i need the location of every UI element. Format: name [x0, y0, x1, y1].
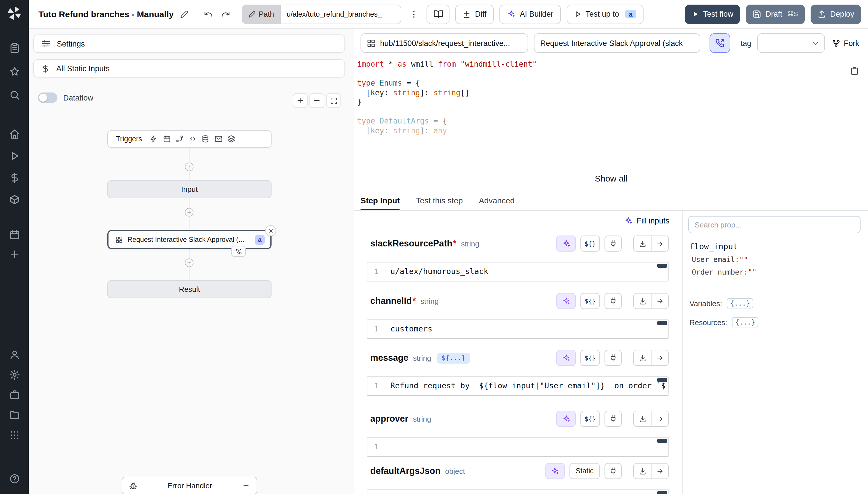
- edit-title-button[interactable]: [178, 8, 190, 20]
- tab-advanced[interactable]: Advanced: [479, 191, 515, 210]
- redo-button[interactable]: [217, 6, 233, 22]
- error-handler-node[interactable]: Error Handler: [122, 477, 257, 494]
- windmill-logo[interactable]: [6, 5, 22, 21]
- sidebar-account-button[interactable]: [5, 345, 24, 364]
- app-sidebar: [0, 0, 29, 494]
- expand-editor-button[interactable]: [651, 236, 668, 251]
- sidebar-runs-button[interactable]: [5, 146, 24, 166]
- flow-input-root[interactable]: flow_input: [689, 242, 738, 251]
- suspend-approval-button[interactable]: [710, 33, 730, 53]
- sidebar-apps-button[interactable]: [5, 425, 24, 444]
- expression-button[interactable]: ${}: [580, 235, 600, 252]
- result-node[interactable]: Result: [107, 280, 272, 298]
- insert-value-button[interactable]: [634, 463, 651, 478]
- sidebar-settings-button[interactable]: [5, 365, 24, 384]
- hub-path-input[interactable]: hub/11500/slack/request_interactive...: [360, 33, 528, 53]
- deploy-button[interactable]: Deploy: [811, 4, 861, 24]
- postgres-trigger-icon[interactable]: [202, 135, 210, 143]
- tab-step-input[interactable]: Step Input: [360, 191, 400, 210]
- show-all-button[interactable]: Show all: [587, 170, 635, 187]
- insert-value-button[interactable]: [634, 350, 651, 365]
- expand-editor-button[interactable]: [651, 350, 668, 365]
- plug-button[interactable]: [605, 463, 622, 479]
- path-label-segment[interactable]: Path: [241, 4, 281, 24]
- add-step-button[interactable]: [185, 163, 194, 171]
- tag-select[interactable]: [757, 33, 825, 53]
- field-editor[interactable]: 1Refund request by _${flow_input["User e…: [367, 376, 669, 396]
- sidebar-workers-button[interactable]: [5, 385, 24, 404]
- insert-value-button[interactable]: [634, 293, 651, 308]
- undo-button[interactable]: [200, 6, 216, 22]
- field-editor[interactable]: 1: [367, 437, 669, 457]
- sidebar-resources-button[interactable]: [5, 190, 24, 209]
- slack-approval-step-node[interactable]: Request Interactive Slack Approval (... …: [107, 230, 272, 249]
- webhook-trigger-icon[interactable]: [150, 135, 158, 143]
- prop-user-email[interactable]: User email : "": [692, 255, 757, 264]
- expression-button[interactable]: ${}: [580, 350, 600, 366]
- sidebar-folders-button[interactable]: [5, 405, 24, 424]
- ai-fill-button[interactable]: [556, 350, 576, 366]
- sidebar-help-button[interactable]: [5, 469, 24, 488]
- docs-button[interactable]: [427, 4, 450, 24]
- sidebar-variables-button[interactable]: [5, 168, 24, 187]
- draft-button[interactable]: Draft⌘S: [746, 4, 805, 24]
- field-editor[interactable]: 1customers: [367, 319, 669, 339]
- arrow-right-icon: [656, 415, 664, 422]
- static-toggle-button[interactable]: Static: [569, 463, 600, 479]
- plug-button[interactable]: [605, 235, 622, 252]
- ai-fill-button[interactable]: [556, 235, 576, 252]
- http-route-trigger-icon[interactable]: [176, 135, 184, 143]
- path-input[interactable]: [281, 4, 401, 24]
- ai-fill-button[interactable]: [556, 293, 576, 309]
- expand-editor-button[interactable]: [651, 463, 668, 478]
- email-trigger-icon[interactable]: [215, 135, 222, 143]
- sidebar-home-button[interactable]: [5, 124, 24, 144]
- input-node[interactable]: Input: [107, 180, 272, 198]
- queue-trigger-icon[interactable]: [228, 135, 235, 143]
- add-step-button[interactable]: [185, 259, 194, 267]
- more-options-button[interactable]: [407, 6, 421, 22]
- sidebar-favorites-button[interactable]: [5, 61, 24, 81]
- expand-editor-button[interactable]: [651, 411, 668, 426]
- ai-fill-button[interactable]: [556, 411, 576, 427]
- code-editor[interactable]: import * as wmill from "windmill-client"…: [354, 57, 868, 136]
- variables-badge[interactable]: {...}: [727, 298, 753, 308]
- triggers-node[interactable]: Triggers: [107, 130, 272, 148]
- sidebar-schedules-button[interactable]: [5, 225, 24, 244]
- plug-button[interactable]: [605, 293, 622, 309]
- add-step-button[interactable]: [185, 208, 194, 216]
- plug-button[interactable]: [605, 350, 622, 366]
- test-up-to-button[interactable]: Test up toa: [567, 4, 644, 24]
- prop-search-input[interactable]: [688, 216, 861, 233]
- fork-button[interactable]: Fork: [832, 39, 860, 48]
- expand-editor-button[interactable]: [651, 293, 668, 308]
- sidebar-expand-button[interactable]: [5, 488, 24, 494]
- ai-fill-button[interactable]: [545, 463, 565, 479]
- path-label: Path: [259, 10, 274, 18]
- test-flow-button[interactable]: Test flow: [685, 4, 740, 24]
- copy-code-button[interactable]: [850, 66, 859, 75]
- topbar: Tuto Refund branches - Manually Path Dif…: [29, 0, 868, 29]
- field-editor[interactable]: 1u/alex/humorous_slack: [367, 262, 669, 282]
- ai-builder-button[interactable]: AI Builder: [500, 4, 561, 24]
- websocket-trigger-icon[interactable]: [189, 135, 197, 143]
- sidebar-flows-button[interactable]: [5, 38, 24, 57]
- schedule-trigger-icon[interactable]: [163, 135, 171, 143]
- chevron-down-icon: [811, 39, 820, 48]
- expression-button[interactable]: ${}: [580, 411, 600, 427]
- prop-order-number[interactable]: Order number : "": [692, 268, 757, 276]
- expression-button[interactable]: ${}: [580, 293, 600, 309]
- insert-value-button[interactable]: [634, 236, 651, 251]
- plug-button[interactable]: [605, 411, 622, 427]
- fill-inputs-button[interactable]: Fill inputs: [624, 216, 669, 225]
- diff-button[interactable]: Diff: [455, 4, 494, 24]
- field-editor[interactable]: 1: [367, 489, 669, 494]
- error-handler-add-icon[interactable]: [242, 482, 250, 489]
- tab-test-this-step[interactable]: Test this step: [416, 191, 463, 210]
- summary-input[interactable]: Request Interactive Slack Approval (slac…: [534, 33, 701, 53]
- insert-value-button[interactable]: [634, 411, 651, 426]
- sidebar-search-button[interactable]: [5, 85, 24, 104]
- remove-step-button[interactable]: [265, 225, 276, 236]
- resources-badge[interactable]: {...}: [732, 317, 758, 327]
- sidebar-create-button[interactable]: [5, 244, 24, 264]
